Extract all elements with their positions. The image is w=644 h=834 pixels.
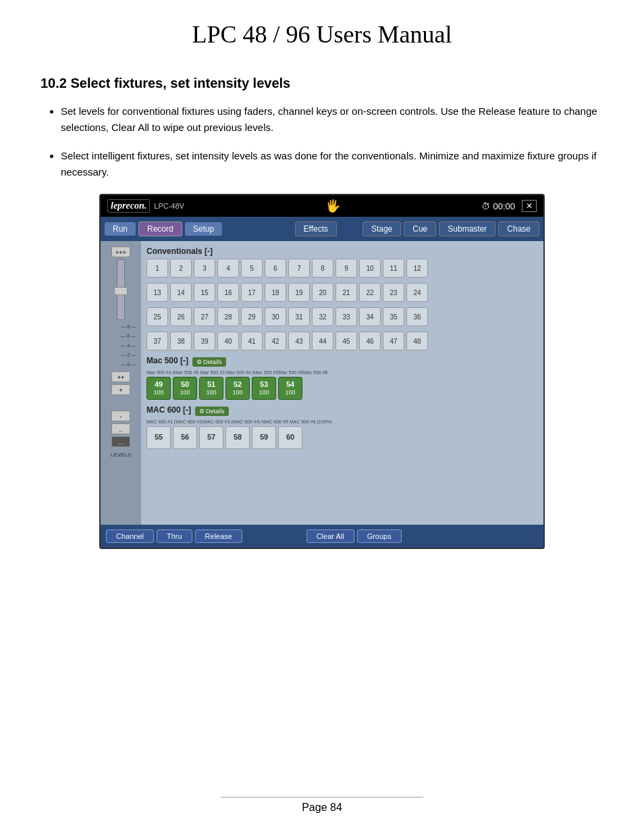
mac600-details-button[interactable]: ⚙ Details: [195, 407, 229, 416]
mac600-ch-57[interactable]: 57: [199, 426, 223, 449]
channel-btn-12[interactable]: 12: [406, 259, 428, 278]
channel-btn-29[interactable]: 29: [241, 307, 263, 326]
channel-btn-10[interactable]: 10: [359, 259, 381, 278]
channel-grid-row4: 373839404142434445464748: [146, 332, 538, 350]
mac500-sublabels: Mac 500 #4 (Mac 500 #5 Mac 500 #3 Mac 50…: [146, 370, 538, 375]
channel-btn-19[interactable]: 19: [288, 283, 310, 302]
fader-track: [117, 259, 125, 320]
tab-stage[interactable]: Stage: [363, 221, 401, 236]
mac500-details-button[interactable]: ⚙ Details: [192, 357, 226, 367]
channel-btn-1[interactable]: 1: [146, 259, 168, 278]
channel-btn-33[interactable]: 33: [336, 307, 357, 326]
channel-btn-38[interactable]: 38: [170, 332, 192, 350]
channel-btn-25[interactable]: 25: [146, 307, 168, 326]
mac600-sublabels: MAC 600 #1 (MAC 600 #2)MAC 600 #3 (MAC 6…: [146, 419, 538, 424]
channel-btn-34[interactable]: 34: [359, 307, 381, 326]
channel-btn-13[interactable]: 13: [146, 283, 168, 302]
bottom-btn-clear-all[interactable]: Clear All: [306, 529, 354, 543]
fader-knob[interactable]: [114, 287, 128, 295]
tab-effects[interactable]: Effects: [295, 221, 337, 236]
channel-btn-17[interactable]: 17: [241, 283, 263, 302]
channel-btn-32[interactable]: 32: [312, 307, 333, 326]
level-btn-ddd[interactable]: ...: [111, 436, 130, 447]
top-bar: leprecon. LPC-48V 🖐 ⏱ 00:00 ✕: [101, 195, 543, 217]
channel-btn-44[interactable]: 44: [312, 332, 333, 350]
channel-btn-18[interactable]: 18: [265, 283, 286, 302]
bottom-btn-release[interactable]: Release: [195, 529, 242, 543]
mac500-ch-50[interactable]: 50100: [173, 377, 197, 400]
channel-grid-row1: 123456789101112: [146, 259, 538, 278]
level-btn-pp[interactable]: ++: [111, 371, 130, 382]
mac600-ch-59[interactable]: 59: [252, 426, 276, 449]
channel-btn-43[interactable]: 43: [288, 332, 310, 350]
logo-area: leprecon. LPC-48V: [107, 199, 184, 213]
channel-grid-row2: 131415161718192021222324: [146, 283, 538, 302]
channel-btn-48[interactable]: 48: [406, 332, 428, 350]
channel-btn-5[interactable]: 5: [241, 259, 263, 278]
grid-panel: Conventionals [-] 123456789101112 131415…: [141, 241, 543, 525]
tab-cue[interactable]: Cue: [404, 221, 436, 236]
top-right: ⏱ 00:00 ✕: [481, 200, 537, 212]
mac600-ch-58[interactable]: 58: [225, 426, 250, 449]
level-btn-p[interactable]: +: [111, 384, 130, 395]
channel-btn-24[interactable]: 24: [406, 283, 428, 302]
tab-run[interactable]: Run: [105, 222, 136, 236]
channel-btn-4[interactable]: 4: [217, 259, 239, 278]
level-btn-ppp[interactable]: +++: [111, 246, 130, 257]
tab-chase[interactable]: Chase: [498, 221, 539, 236]
section-heading: 10.2 Select fixtures, set intensity leve…: [41, 76, 603, 91]
channel-btn-9[interactable]: 9: [336, 259, 357, 278]
tab-record[interactable]: Record: [138, 221, 182, 236]
channel-btn-40[interactable]: 40: [217, 332, 239, 350]
channel-btn-20[interactable]: 20: [312, 283, 333, 302]
mac600-title: MAC 600 [-]: [146, 405, 191, 415]
channel-btn-16[interactable]: 16: [217, 283, 239, 302]
channel-btn-3[interactable]: 3: [194, 259, 215, 278]
channel-btn-28[interactable]: 28: [217, 307, 239, 326]
channel-btn-47[interactable]: 47: [383, 332, 404, 350]
channel-btn-46[interactable]: 46: [359, 332, 381, 350]
level-btn-m[interactable]: -: [111, 411, 130, 421]
bottom-btn-thru[interactable]: Thru: [157, 529, 192, 543]
channel-btn-31[interactable]: 31: [288, 307, 310, 326]
channel-btn-7[interactable]: 7: [288, 259, 310, 278]
channel-btn-22[interactable]: 22: [359, 283, 381, 302]
channel-btn-21[interactable]: 21: [336, 283, 357, 302]
mac500-ch-51[interactable]: 51100: [199, 377, 223, 400]
channel-btn-8[interactable]: 8: [312, 259, 333, 278]
mac500-ch-52[interactable]: 52100: [225, 377, 250, 400]
level-btn-dd[interactable]: ..: [111, 423, 130, 434]
channel-btn-39[interactable]: 39: [194, 332, 215, 350]
mac500-ch-49[interactable]: 49100: [146, 377, 171, 400]
bottom-btn-channel[interactable]: Channel: [106, 529, 154, 543]
page-title: LPC 48 / 96 Users Manual: [0, 0, 644, 62]
bottom-btn-groups[interactable]: Groups: [357, 529, 402, 543]
mac500-ch-53[interactable]: 53100: [252, 377, 276, 400]
channel-btn-42[interactable]: 42: [265, 332, 286, 350]
levels-label: LEVELS: [111, 452, 131, 458]
channel-btn-36[interactable]: 36: [406, 307, 428, 326]
channel-btn-11[interactable]: 11: [383, 259, 404, 278]
channel-btn-2[interactable]: 2: [170, 259, 192, 278]
mac600-ch-60[interactable]: 60: [278, 426, 302, 449]
channel-btn-45[interactable]: 45: [336, 332, 357, 350]
channel-btn-23[interactable]: 23: [383, 283, 404, 302]
mac500-header: Mac 500 [-] ⚙ Details: [146, 356, 538, 368]
bullet-item-2: Select intelligent fixtures, set intensi…: [61, 148, 603, 180]
channel-btn-15[interactable]: 15: [194, 283, 215, 302]
channel-btn-41[interactable]: 41: [241, 332, 263, 350]
channel-btn-35[interactable]: 35: [383, 307, 404, 326]
tab-setup[interactable]: Setup: [185, 222, 222, 236]
mac500-ch-54[interactable]: 54100: [278, 377, 302, 400]
mac600-ch-56[interactable]: 56: [173, 426, 197, 449]
mac600-ch-55[interactable]: 55: [146, 426, 171, 449]
channel-btn-30[interactable]: 30: [265, 307, 286, 326]
channel-btn-14[interactable]: 14: [170, 283, 192, 302]
channel-btn-26[interactable]: 26: [170, 307, 192, 326]
tab-submaster[interactable]: Submaster: [439, 221, 495, 236]
close-button[interactable]: ✕: [522, 200, 537, 212]
channel-btn-27[interactable]: 27: [194, 307, 215, 326]
logo-text: leprecon.: [107, 199, 150, 213]
channel-btn-6[interactable]: 6: [265, 259, 286, 278]
channel-btn-37[interactable]: 37: [146, 332, 168, 350]
